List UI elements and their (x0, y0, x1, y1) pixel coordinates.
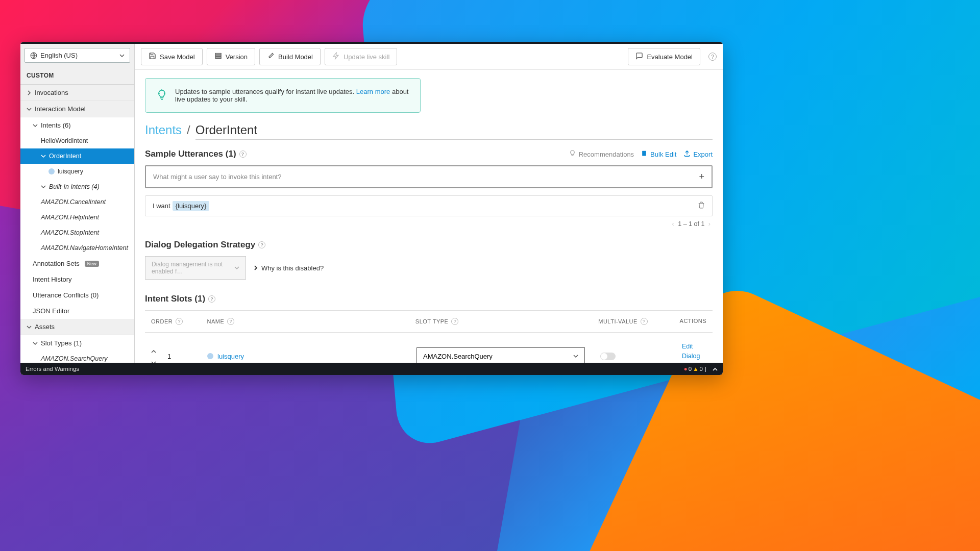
sidebar-item-cancel[interactable]: AMAZON.CancelIntent (20, 194, 134, 210)
order-number: 1 (167, 353, 171, 360)
plus-icon[interactable]: + (699, 171, 704, 182)
chevron-down-icon (41, 184, 46, 189)
utterance-row[interactable]: I want {luisquery} (145, 195, 713, 216)
language-selector[interactable]: English (US) (24, 48, 130, 63)
sidebar-item-slot-types[interactable]: Slot Types (1) (20, 335, 134, 351)
slot-row: 1 luisquery AMAZON.SearchQuery (145, 333, 713, 363)
chevron-down-icon (27, 324, 32, 330)
chevron-right-icon[interactable]: › (708, 220, 710, 228)
help-icon[interactable]: ? (708, 53, 717, 61)
sidebar-section-custom: CUSTOM (20, 67, 134, 85)
chevron-left-icon[interactable]: ‹ (672, 220, 674, 228)
chevron-down-icon (33, 123, 38, 128)
sidebar-item-luisquery[interactable]: luisquery (20, 164, 134, 179)
chevron-down-icon (27, 107, 32, 112)
sidebar-item-intents[interactable]: Intents (6) (20, 117, 134, 133)
status-label[interactable]: Errors and Warnings (26, 366, 79, 372)
col-name: NAME? (207, 318, 415, 325)
sidebar-item-help[interactable]: AMAZON.HelpIntent (20, 210, 134, 225)
learn-more-link[interactable]: Learn more (356, 88, 390, 95)
sidebar: English (US) CUSTOM Invocations Interact… (20, 44, 135, 363)
sidebar-item-stop[interactable]: AMAZON.StopIntent (20, 225, 134, 240)
sidebar-item-json[interactable]: JSON Editor (20, 303, 134, 319)
pager: ‹ 1 – 1 of 1 › (145, 220, 713, 228)
utterances-title: Sample Utterances (1) ? (145, 149, 247, 159)
chevron-down-icon (573, 354, 578, 359)
sidebar-item-invocations[interactable]: Invocations (20, 85, 134, 101)
chevron-down-icon (234, 265, 239, 270)
slot-chip[interactable]: {luisquery} (173, 201, 210, 211)
slot-dot-icon (207, 353, 213, 359)
trash-icon[interactable] (698, 202, 705, 210)
error-count: 0 (689, 366, 692, 372)
multivalue-toggle[interactable] (600, 353, 616, 360)
globe-icon (30, 52, 37, 59)
bulk-edit-link[interactable]: Bulk Edit (641, 150, 676, 158)
order-up-icon[interactable] (151, 346, 156, 355)
svg-rect-4 (642, 151, 646, 156)
version-button[interactable]: Version (207, 48, 255, 65)
chat-icon (635, 52, 643, 61)
svg-rect-1 (215, 54, 221, 55)
update-button: Update live skill (325, 48, 397, 65)
error-icon: ● (684, 366, 688, 372)
build-icon (267, 52, 275, 61)
edit-dialog-link[interactable]: Edit Dialog (682, 342, 706, 361)
info-icon[interactable]: ? (239, 151, 247, 158)
sidebar-item-assets[interactable]: Assets (20, 319, 134, 335)
breadcrumb-current: OrderIntent (195, 123, 713, 140)
breadcrumb-root[interactable]: Intents (145, 123, 182, 137)
lightbulb-icon (569, 149, 576, 159)
app-window: English (US) CUSTOM Invocations Interact… (20, 42, 723, 375)
toolbar: Save Model Version Build Model Update li… (135, 44, 723, 70)
slot-type-select[interactable]: AMAZON.SearchQuery (416, 347, 585, 363)
sidebar-item-orderintent[interactable]: OrderIntent (20, 148, 134, 164)
recommendations-link[interactable]: Recommendations (569, 149, 634, 159)
chevron-right-icon (253, 265, 258, 270)
why-disabled-link[interactable]: Why is this disabled? (253, 264, 324, 272)
sidebar-item-helloworld[interactable]: HelloWorldIntent (20, 133, 134, 148)
slot-name-link[interactable]: luisquery (207, 353, 244, 360)
dialog-title: Dialog Delegation Strategy ? (145, 240, 713, 250)
sidebar-item-conflicts[interactable]: Utterance Conflicts (0) (20, 287, 134, 303)
slots-title: Intent Slots (1) ? (145, 294, 713, 304)
bolt-icon (332, 52, 340, 61)
chevron-right-icon (27, 90, 32, 95)
utterance-input[interactable]: What might a user say to invoke this int… (145, 165, 713, 188)
info-icon[interactable]: ? (258, 241, 265, 248)
save-button[interactable]: Save Model (141, 48, 203, 65)
chevron-down-icon (119, 53, 125, 58)
order-down-icon[interactable] (151, 357, 156, 363)
slots-table: ORDER? NAME? SLOT TYPE? MULTI-VALUE? ACT… (145, 310, 713, 363)
warning-count: 0 (700, 366, 703, 372)
col-actions: ACTIONS (680, 318, 706, 325)
col-multivalue: MULTI-VALUE? (598, 318, 679, 325)
sidebar-item-interaction-model[interactable]: Interaction Model (20, 101, 134, 117)
export-link[interactable]: Export (683, 150, 713, 159)
info-icon[interactable]: ? (208, 295, 215, 303)
evaluate-button[interactable]: Evaluate Model (628, 48, 700, 65)
sidebar-item-builtin[interactable]: Built-In Intents (4) (20, 179, 134, 194)
sidebar-item-navhome[interactable]: AMAZON.NavigateHomeIntent (20, 240, 134, 256)
svg-rect-3 (215, 57, 221, 59)
chevron-down-icon (33, 341, 38, 346)
sidebar-item-searchquery[interactable]: AMAZON.SearchQuery (20, 351, 134, 363)
sidebar-item-intent-history[interactable]: Intent History (20, 271, 134, 287)
breadcrumb: Intents / OrderIntent (145, 123, 713, 140)
status-bar: Errors and Warnings ● 0 ▲ 0 | (20, 363, 723, 375)
lightbulb-icon (156, 89, 168, 103)
sidebar-item-annotation[interactable]: Annotation Sets New (20, 256, 134, 271)
chevron-down-icon (41, 154, 46, 159)
warning-icon: ▲ (693, 366, 698, 372)
col-type: SLOT TYPE? (415, 318, 598, 325)
dialog-strategy-select: Dialog management is not enabled f… (145, 256, 246, 280)
language-label: English (US) (40, 52, 78, 59)
banner-text: Updates to sample utterances qualify for… (175, 88, 410, 103)
version-icon (214, 52, 222, 61)
svg-rect-2 (215, 55, 221, 57)
col-order: ORDER? (151, 318, 207, 325)
chevron-up-icon[interactable] (713, 366, 718, 372)
new-badge: New (85, 261, 99, 267)
build-button[interactable]: Build Model (259, 48, 321, 65)
main-content: Save Model Version Build Model Update li… (135, 44, 723, 363)
